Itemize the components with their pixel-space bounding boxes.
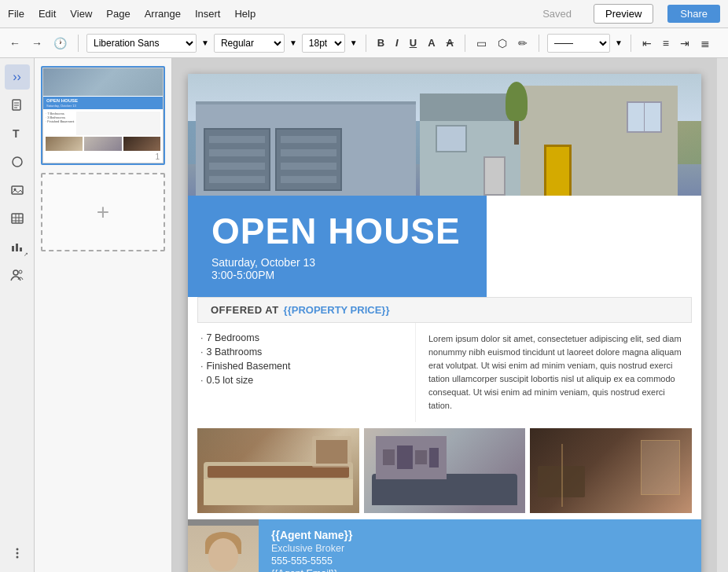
menu-edit[interactable]: Edit: [39, 8, 56, 20]
sidebar-icon-pages[interactable]: [5, 93, 30, 118]
agent-section: {{Agent Name}} Exclusive Broker 555-555-…: [188, 519, 701, 572]
oh-right-space: [487, 196, 701, 297]
menu-view[interactable]: View: [70, 8, 92, 20]
align-center-button[interactable]: ≡: [660, 35, 672, 51]
agent-email: {{Agent Email}}: [271, 568, 689, 572]
font-name-select[interactable]: Liberation Sans: [86, 34, 197, 53]
svg-rect-8: [12, 214, 23, 223]
save-status: Saved: [542, 8, 572, 20]
font-style-select[interactable]: Regular: [214, 34, 285, 53]
divider-1: [78, 35, 79, 52]
house-photo: [188, 74, 701, 196]
agent-name: {{Agent Name}}: [271, 529, 689, 541]
underline-button[interactable]: U: [406, 35, 420, 50]
divider-5: [631, 35, 631, 52]
add-page-icon: +: [97, 200, 109, 225]
sidebar-icon-text[interactable]: T: [5, 121, 30, 146]
preview-button[interactable]: Preview: [594, 4, 653, 24]
agent-title: Exclusive Broker: [271, 543, 689, 554]
strikethrough-button[interactable]: A: [443, 35, 457, 50]
lorem-text: Lorem ipsum dolor sit amet, consectetuer…: [428, 332, 689, 412]
share-button[interactable]: Share: [667, 5, 720, 23]
sidebar-icon-collapse[interactable]: ››: [5, 64, 30, 90]
svg-rect-13: [12, 246, 14, 251]
sidebar-icon-more[interactable]: [5, 541, 30, 566]
menu-insert[interactable]: Insert: [195, 8, 221, 20]
toolbar: ← → 🕐 Liberation Sans ▼ Regular ▼ 18pt ▼…: [0, 28, 728, 58]
oh-title: OPEN HOUSE: [211, 211, 463, 251]
svg-rect-15: [20, 248, 22, 251]
detail-bedrooms: ·7 Bedrooms: [200, 332, 403, 343]
sidebar-icon-table[interactable]: [5, 206, 30, 231]
svg-point-20: [16, 556, 18, 559]
align-justify-button[interactable]: ≣: [697, 35, 713, 51]
menu-bar: File Edit View Page Arrange Insert Help …: [0, 0, 728, 28]
sidebar-icon-people[interactable]: [5, 262, 30, 288]
detail-lot: ·0.5 lot size: [200, 375, 403, 386]
fill-color-button[interactable]: ⬡: [495, 35, 510, 51]
menu-arrange[interactable]: Arrange: [145, 8, 181, 20]
open-house-section: OPEN HOUSE Saturday, October 13 3:00-5:0…: [188, 196, 701, 297]
svg-point-18: [16, 548, 18, 551]
svg-rect-6: [12, 186, 23, 194]
font-size-select[interactable]: 18pt: [302, 34, 345, 53]
detail-basement: ·Finished Basement: [200, 361, 403, 372]
offered-bar: OFFERED AT {{PROPERTY PRICE}}: [197, 297, 692, 323]
oh-date: Saturday, October 13: [211, 256, 463, 269]
history-button[interactable]: 🕐: [50, 35, 70, 51]
svg-point-17: [19, 270, 22, 273]
divider-3: [465, 35, 465, 52]
menu-help[interactable]: Help: [234, 8, 256, 20]
menu-page[interactable]: Page: [106, 8, 130, 20]
left-sidebar: ›› T ↗: [0, 58, 35, 572]
oh-blue-box: OPEN HOUSE Saturday, October 13 3:00-5:0…: [188, 196, 487, 297]
svg-point-5: [13, 157, 22, 167]
details-section: ·7 Bedrooms ·3 Bathrooms ·Finished Basem…: [188, 323, 701, 422]
add-page-button[interactable]: +: [41, 173, 165, 251]
size-dropdown-arrow: ▼: [350, 38, 358, 47]
align-left-button[interactable]: ⇤: [639, 35, 655, 51]
agent-photo: [188, 519, 259, 572]
page-1-number: 1: [43, 151, 163, 163]
svg-point-16: [13, 270, 18, 275]
sidebar-icon-image[interactable]: [5, 178, 30, 203]
redo-button[interactable]: →: [28, 35, 46, 51]
sidebar-icon-charts[interactable]: ↗: [5, 234, 30, 259]
canvas-area[interactable]: OPEN HOUSE Saturday, October 13 3:00-5:0…: [172, 58, 717, 572]
font-dropdown-arrow: ▼: [201, 38, 209, 47]
align-right-button[interactable]: ⇥: [677, 35, 693, 51]
line-style-select[interactable]: ——: [547, 34, 610, 53]
undo-button[interactable]: ←: [6, 35, 24, 51]
agent-phone: 555-555-5555: [271, 556, 689, 566]
border-box-button[interactable]: ▭: [473, 35, 490, 51]
details-left: ·7 Bedrooms ·3 Bathrooms ·Finished Basem…: [188, 323, 416, 422]
line-tool-button[interactable]: ✏: [515, 35, 531, 51]
photo-dark-room: [530, 428, 692, 513]
svg-text:T: T: [13, 127, 20, 140]
divider-4: [539, 35, 539, 52]
main-area: ›› T ↗: [0, 58, 728, 572]
right-scrollbar[interactable]: [717, 58, 728, 572]
agent-info: {{Agent Name}} Exclusive Broker 555-555-…: [259, 519, 701, 572]
document-page: OPEN HOUSE Saturday, October 13 3:00-5:0…: [188, 74, 701, 572]
offered-label: OFFERED AT: [211, 304, 279, 316]
detail-bathrooms: ·3 Bathrooms: [200, 346, 403, 358]
photos-row: [188, 422, 701, 519]
line-dropdown-arrow: ▼: [615, 38, 623, 47]
details-right: Lorem ipsum dolor sit amet, consectetuer…: [416, 323, 701, 422]
font-color-button[interactable]: A: [425, 35, 438, 50]
pages-panel: OPEN HOUSE Saturday, October 13 · 7 Bedr…: [35, 58, 172, 572]
italic-button[interactable]: I: [392, 35, 402, 50]
svg-rect-14: [16, 244, 18, 251]
style-dropdown-arrow: ▼: [289, 38, 297, 47]
bold-button[interactable]: B: [374, 35, 388, 50]
page-thumb-1[interactable]: OPEN HOUSE Saturday, October 13 · 7 Bedr…: [41, 66, 165, 165]
offered-price: {{PROPERTY PRICE}}: [284, 304, 390, 316]
svg-point-19: [16, 552, 18, 555]
photo-bedroom: [197, 428, 359, 513]
oh-time: 3:00-5:00PM: [211, 269, 463, 281]
menu-file[interactable]: File: [8, 8, 24, 20]
photo-living-room: [364, 428, 526, 513]
divider-2: [366, 35, 366, 52]
sidebar-icon-shapes[interactable]: [5, 149, 30, 174]
